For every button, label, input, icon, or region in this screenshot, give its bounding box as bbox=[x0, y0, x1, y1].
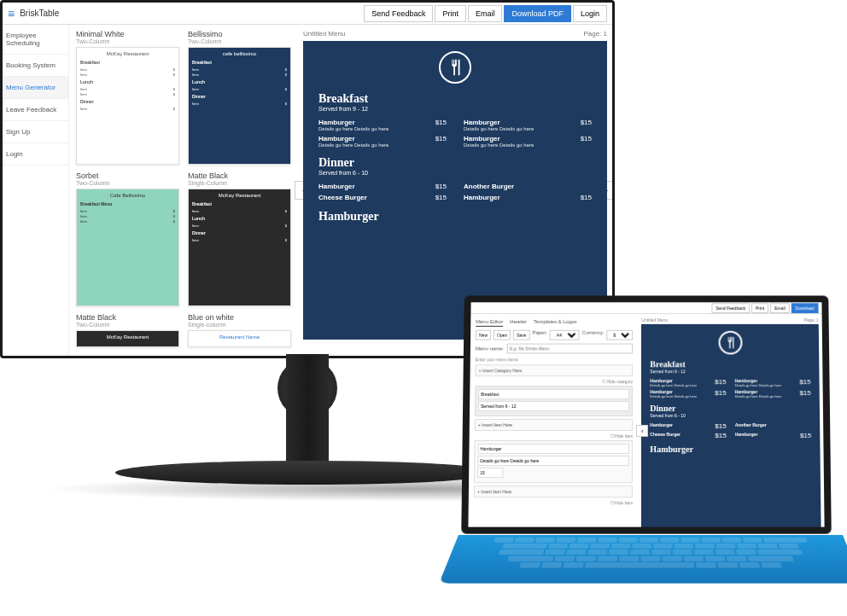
menu-item: Another Burger bbox=[464, 183, 592, 190]
breakfast-items: HamburgerDetails go here Details go here… bbox=[318, 119, 592, 148]
topbar: ≡ BriskTable Send Feedback Print Email D… bbox=[3, 3, 612, 25]
tab-menu-editor[interactable]: Menu Editor bbox=[476, 317, 503, 327]
menu-item: Hamburger$15 bbox=[464, 194, 592, 201]
menu-item: HamburgerDetails go here Details go here… bbox=[650, 389, 726, 398]
sidebar: Employee Scheduling Booking System Menu … bbox=[3, 25, 69, 356]
menu-item: Hamburger$15 bbox=[735, 432, 812, 439]
template-bellissimo[interactable]: Bellissimo Two-Column cafe bellissimo Br… bbox=[188, 30, 291, 165]
template-minimal-white[interactable]: Minimal White Two-Column McKay Restauran… bbox=[76, 30, 179, 165]
utensils-icon bbox=[718, 331, 742, 355]
send-feedback-button[interactable]: Send Feedback bbox=[364, 5, 433, 22]
laptop-keyboard bbox=[439, 535, 847, 584]
download-pdf-button[interactable]: Download PDF bbox=[504, 5, 571, 22]
item-detail-input[interactable] bbox=[477, 456, 629, 466]
currency-select[interactable]: $ bbox=[607, 330, 634, 340]
nav-menu-generator[interactable]: Menu Generator bbox=[3, 77, 68, 99]
menu-item: Hamburger$15 bbox=[318, 183, 447, 190]
tab-header[interactable]: Header bbox=[510, 317, 527, 327]
menu-item: Cheese Burger$15 bbox=[650, 432, 726, 439]
menu-item: Another Burger bbox=[735, 422, 811, 430]
laptop-feedback-button[interactable]: Send Feedback bbox=[711, 303, 750, 313]
category-sub-input[interactable] bbox=[478, 401, 629, 411]
app-name: BriskTable bbox=[20, 9, 59, 18]
open-button[interactable]: Open bbox=[494, 330, 511, 340]
menu-item: HamburgerDetails go here Details go here… bbox=[464, 119, 592, 131]
laptop-download-button[interactable]: Download bbox=[791, 303, 818, 313]
utensils-icon bbox=[439, 51, 471, 84]
laptop-screen: Send Feedback Print Email Download Menu … bbox=[461, 295, 832, 533]
print-button[interactable]: Print bbox=[435, 5, 466, 22]
paper-select[interactable]: A4 bbox=[550, 330, 580, 340]
menu-icon[interactable]: ≡ bbox=[8, 7, 15, 20]
laptop-email-button[interactable]: Email bbox=[770, 303, 789, 313]
template-matte-black-2[interactable]: Matte Black Two-Column McKay Restaurant bbox=[76, 313, 179, 347]
laptop-prev-button[interactable]: ‹ bbox=[636, 425, 648, 437]
email-button[interactable]: Email bbox=[468, 5, 503, 22]
nav-leave-feedback[interactable]: Leave Feedback bbox=[3, 99, 68, 121]
menu-editor-panel: Menu Editor Header Templates & Logos New… bbox=[468, 314, 638, 527]
menu-item: HamburgerDetails go here Details go here… bbox=[318, 119, 447, 131]
nav-sign-up[interactable]: Sign Up bbox=[3, 121, 68, 143]
template-blue-on-white[interactable]: Blue on white Single-column Restaurant N… bbox=[188, 313, 291, 347]
insert-item-button[interactable]: + Insert Item Here bbox=[475, 419, 634, 431]
tab-templates[interactable]: Templates & Logos bbox=[534, 317, 577, 327]
menu-item: HamburgerDetails go here Details go here… bbox=[318, 135, 447, 148]
template-gallery: Minimal White Two-Column McKay Restauran… bbox=[69, 25, 298, 356]
laptop-breakfast-items: HamburgerDetails go here Details go here… bbox=[650, 378, 810, 398]
template-matte-black[interactable]: Matte Black Single-Column McKay Restaura… bbox=[188, 171, 291, 306]
save-button[interactable]: Save bbox=[513, 330, 529, 340]
menu-name-input[interactable] bbox=[507, 344, 633, 354]
login-button[interactable]: Login bbox=[573, 5, 607, 22]
laptop: Send Feedback Print Email Download Menu … bbox=[463, 294, 847, 614]
laptop-topbar: Send Feedback Print Email Download bbox=[470, 302, 821, 314]
menu-item: Cheese Burger$15 bbox=[318, 194, 447, 201]
dinner-items: Hamburger$15Another BurgerCheese Burger$… bbox=[318, 183, 592, 201]
menu-item: HamburgerDetails go here Details go here… bbox=[650, 378, 726, 387]
preview-title: Untitled Menu bbox=[303, 30, 345, 38]
menu-item: HamburgerDetails go here Details go here… bbox=[464, 135, 592, 148]
nav-employee-scheduling[interactable]: Employee Scheduling bbox=[3, 25, 68, 55]
item-name-input[interactable] bbox=[477, 444, 629, 454]
category-name-input[interactable] bbox=[478, 389, 629, 399]
nav-booking-system[interactable]: Booking System bbox=[3, 55, 68, 77]
nav-login[interactable]: Login bbox=[3, 143, 68, 166]
laptop-print-button[interactable]: Print bbox=[751, 303, 768, 313]
laptop-dinner-items: Hamburger$15Another BurgerCheese Burger$… bbox=[650, 422, 811, 439]
menu-item: HamburgerDetails go here Details go here… bbox=[734, 378, 810, 387]
insert-category-button[interactable]: + Insert Category Here bbox=[476, 364, 634, 376]
item-price-input[interactable] bbox=[477, 468, 503, 478]
laptop-preview: Untitled Menu Page: 1 ‹ Breakfast Served… bbox=[638, 314, 824, 527]
new-button[interactable]: New bbox=[476, 330, 491, 340]
insert-item-button-2[interactable]: + Insert Item Here bbox=[474, 485, 633, 497]
menu-item: Hamburger$15 bbox=[650, 422, 726, 430]
menu-item: HamburgerDetails go here Details go here… bbox=[734, 389, 810, 398]
template-sorbet[interactable]: Sorbet Two-Column Cafe Bellissimo Breakf… bbox=[76, 171, 179, 306]
